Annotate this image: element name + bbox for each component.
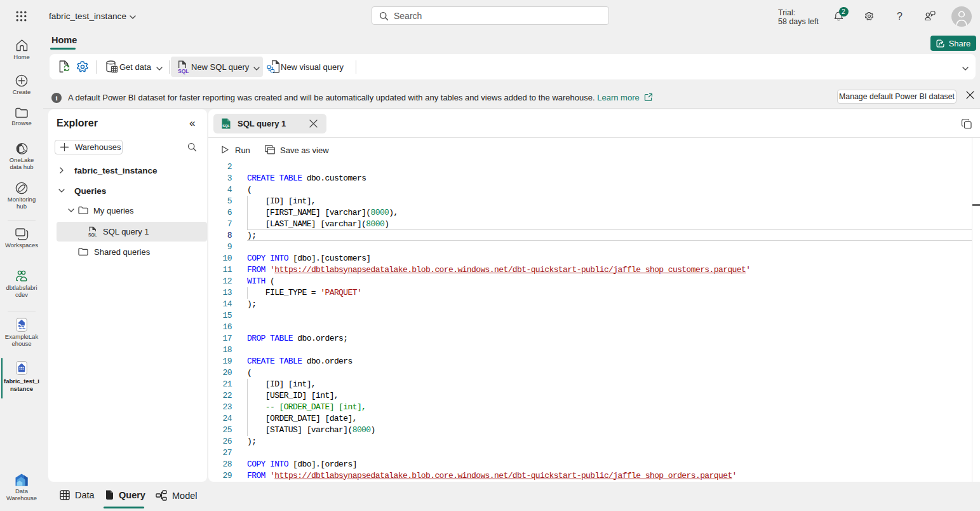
svg-text:SQL: SQL	[222, 124, 230, 128]
svg-text:?: ?	[897, 11, 903, 22]
svg-text:SQL: SQL	[88, 232, 97, 237]
svg-text:SQL: SQL	[178, 68, 189, 74]
